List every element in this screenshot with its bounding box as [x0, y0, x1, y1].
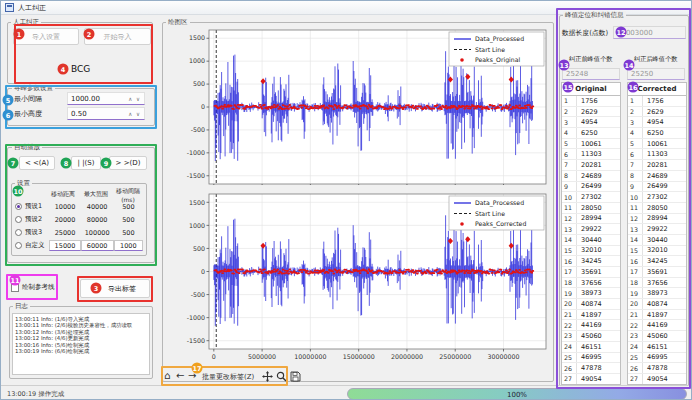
table-row[interactable]: 720281: [562, 160, 620, 171]
table-row[interactable]: 2244169: [628, 320, 686, 331]
plot-peaks-corrected[interactable]: -1500-1000-50005001000150005000000100000…: [171, 187, 551, 365]
table-row[interactable]: 2141897: [628, 310, 686, 321]
home-icon[interactable]: ⌂: [164, 370, 170, 381]
table-row[interactable]: 2446151: [628, 342, 686, 353]
table-row[interactable]: 1027302: [628, 192, 686, 203]
table-row[interactable]: 1228994: [628, 214, 686, 225]
min-interval-spinbox[interactable]: 1000.00 ∧ ∨: [67, 92, 145, 105]
table-row[interactable]: 2546995: [562, 353, 620, 364]
table-row[interactable]: 1735691: [562, 267, 620, 278]
preset-input[interactable]: 60000: [81, 240, 114, 251]
table-row[interactable]: 510061: [562, 139, 620, 150]
preset-row[interactable]: 预设325000100000500: [11, 226, 143, 239]
table-row[interactable]: 1027302: [562, 192, 620, 203]
table-row[interactable]: 1837656: [628, 278, 686, 289]
table-row[interactable]: 1634245: [562, 256, 620, 267]
row-index: 24: [562, 342, 577, 352]
radio-button[interactable]: [15, 229, 22, 236]
original-peaks-list[interactable]: Original 1175622629349544625051006161130…: [561, 82, 621, 385]
table-row[interactable]: 1837656: [562, 278, 620, 289]
row-value: 30440: [577, 236, 602, 244]
pan-icon[interactable]: [262, 371, 273, 382]
radio-button[interactable]: [15, 216, 22, 223]
table-row[interactable]: 1430440: [628, 235, 686, 246]
preset-value: 25000: [49, 229, 80, 237]
table-row[interactable]: 1938973: [562, 288, 620, 299]
preset-label: 预设2: [25, 215, 49, 224]
min-height-spinbox[interactable]: 0.50 ∧ ∨: [67, 107, 145, 120]
save-icon[interactable]: [290, 371, 301, 382]
row-value: 28994: [643, 214, 668, 222]
table-row[interactable]: 1128050: [628, 203, 686, 214]
back-icon[interactable]: ←: [176, 370, 184, 381]
row-value: 28050: [577, 204, 602, 212]
table-row[interactable]: 46250: [628, 128, 686, 139]
table-row[interactable]: 34954: [562, 117, 620, 128]
svg-text:0: 0: [212, 353, 216, 360]
radio-button[interactable]: [15, 203, 22, 210]
table-row[interactable]: 926499: [628, 182, 686, 193]
table-row[interactable]: 2446151: [562, 342, 620, 353]
table-row[interactable]: 2345060: [562, 331, 620, 342]
preset-input[interactable]: 15000: [49, 240, 80, 251]
step-back-button[interactable]: < <(A): [19, 156, 55, 170]
table-row[interactable]: 1938973: [628, 288, 686, 299]
table-row[interactable]: 824689: [628, 171, 686, 182]
corrected-peaks-list[interactable]: Corrected 117562262934954462505100616113…: [627, 82, 687, 385]
table-row[interactable]: 1532010: [628, 246, 686, 257]
table-row[interactable]: 2141897: [562, 310, 620, 321]
table-row[interactable]: 510061: [628, 139, 686, 150]
table-row[interactable]: 11756: [628, 96, 686, 107]
table-row[interactable]: 2546995: [628, 353, 686, 364]
data-length-label: 数据长度(点数): [562, 28, 608, 38]
row-index: 4: [628, 128, 643, 138]
batch-edit-labels-button[interactable]: 批量更改标签(Z): [202, 372, 254, 382]
table-row[interactable]: 1532010: [562, 246, 620, 257]
preset-row[interactable]: 预设11000040000500: [11, 200, 143, 213]
table-row[interactable]: 22629: [628, 107, 686, 118]
table-row[interactable]: 2749054: [562, 374, 620, 385]
step-forward-button[interactable]: > >(D): [109, 156, 147, 170]
zoom-icon[interactable]: [276, 371, 287, 382]
table-row[interactable]: 1634245: [628, 256, 686, 267]
table-row[interactable]: 611303: [562, 149, 620, 160]
preset-row[interactable]: 预设22000080000500: [11, 213, 143, 226]
table-row[interactable]: 2647878: [628, 363, 686, 374]
table-row[interactable]: 2345060: [628, 331, 686, 342]
table-row[interactable]: 11756: [562, 96, 620, 107]
table-row[interactable]: 1329922: [562, 224, 620, 235]
table-row[interactable]: 2647878: [562, 363, 620, 374]
preset-value: 100000: [81, 229, 114, 237]
start-import-button[interactable]: 开始导入: [84, 28, 151, 45]
pause-button[interactable]: | |(S): [71, 156, 101, 170]
table-row[interactable]: 1430440: [562, 235, 620, 246]
radio-button[interactable]: [15, 242, 22, 249]
table-row[interactable]: 720281: [628, 160, 686, 171]
table-row[interactable]: 34954: [628, 117, 686, 128]
svg-text:5000000: 5000000: [248, 353, 276, 360]
row-value: 35691: [577, 268, 602, 276]
plot-peaks-original[interactable]: -1500-1000-500050010001500Data_Processed…: [171, 25, 551, 185]
row-index: 19: [562, 288, 577, 298]
table-row[interactable]: 1228994: [562, 214, 620, 225]
table-row[interactable]: 926499: [562, 182, 620, 193]
preset-row[interactable]: 自定义15000600001000: [11, 239, 143, 252]
table-row[interactable]: 2040874: [562, 299, 620, 310]
table-row[interactable]: 824689: [562, 171, 620, 182]
table-row[interactable]: 611303: [628, 149, 686, 160]
svg-text:1500: 1500: [189, 34, 205, 41]
table-row[interactable]: 2040874: [628, 299, 686, 310]
table-row[interactable]: 46250: [562, 128, 620, 139]
table-row[interactable]: 1329922: [628, 224, 686, 235]
table-row[interactable]: 1735691: [628, 267, 686, 278]
spinner-arrows-icon[interactable]: ∧ ∨: [128, 111, 141, 117]
table-row[interactable]: 2244169: [562, 320, 620, 331]
manual-group-title: 人工纠正: [11, 18, 41, 27]
preset-input[interactable]: 1000: [114, 240, 143, 251]
annotation-badge: 9: [101, 158, 112, 169]
log-output[interactable]: 13:00:11 Info: (1/6)导入完成13:00:11 Info: (…: [12, 313, 150, 375]
spinner-arrows-icon[interactable]: ∧ ∨: [128, 96, 141, 102]
table-row[interactable]: 22629: [562, 107, 620, 118]
table-row[interactable]: 2749054: [628, 374, 686, 385]
table-row[interactable]: 1128050: [562, 203, 620, 214]
